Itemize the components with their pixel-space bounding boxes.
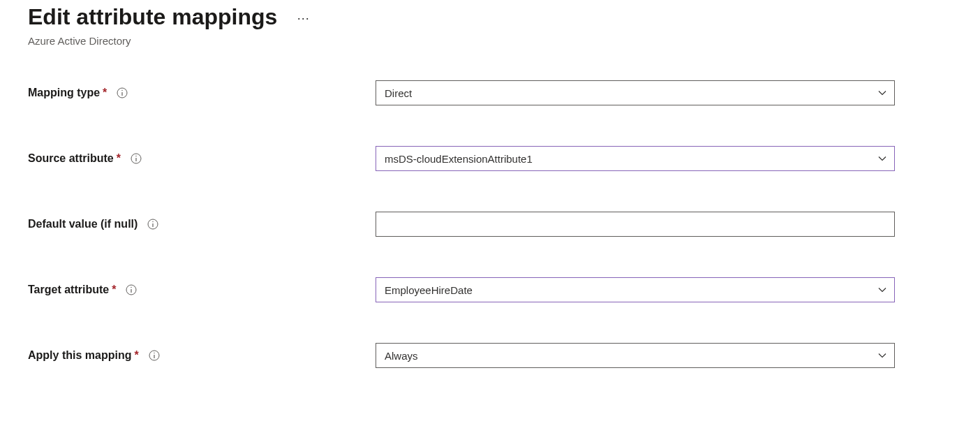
more-actions-button[interactable]: ··· (297, 4, 310, 32)
label-col: Source attribute * (28, 152, 376, 165)
input-col: msDS-cloudExtensionAttribute1 (376, 146, 895, 171)
label-col: Mapping type * (28, 87, 376, 99)
chevron-down-icon (877, 351, 887, 360)
chevron-down-icon (877, 285, 887, 295)
required-indicator: * (117, 152, 121, 165)
mapping-type-select[interactable]: Direct (376, 80, 895, 105)
row-source-attribute: Source attribute * msDS-cloudExtensionAt… (28, 146, 952, 171)
svg-point-7 (153, 221, 154, 222)
input-col: Direct (376, 80, 895, 105)
apply-mapping-value: Always (385, 350, 418, 362)
input-col (376, 212, 895, 237)
info-icon[interactable] (126, 284, 137, 295)
input-col: Always (376, 343, 895, 368)
info-icon[interactable] (131, 153, 142, 164)
input-col: EmployeeHireDate (376, 277, 895, 302)
svg-point-10 (131, 287, 132, 288)
label-col: Default value (if null) (28, 218, 376, 230)
label-col: Apply this mapping * (28, 349, 376, 362)
source-attribute-value: msDS-cloudExtensionAttribute1 (385, 153, 533, 165)
info-icon[interactable] (117, 87, 128, 98)
source-attribute-label: Source attribute (28, 152, 114, 165)
required-indicator: * (112, 284, 116, 296)
target-attribute-select[interactable]: EmployeeHireDate (376, 277, 895, 302)
apply-mapping-select[interactable]: Always (376, 343, 895, 368)
row-apply-mapping: Apply this mapping * Always (28, 343, 952, 368)
required-indicator: * (103, 87, 107, 99)
source-attribute-select[interactable]: msDS-cloudExtensionAttribute1 (376, 146, 895, 171)
apply-mapping-label: Apply this mapping (28, 349, 131, 362)
page-title: Edit attribute mappings (28, 4, 277, 30)
chevron-down-icon (877, 154, 887, 163)
target-attribute-label: Target attribute (28, 284, 109, 296)
required-indicator: * (134, 349, 138, 362)
svg-point-4 (135, 156, 136, 156)
mapping-type-value: Direct (385, 87, 412, 99)
chevron-down-icon (877, 88, 887, 98)
page-subtitle: Azure Active Directory (28, 35, 952, 47)
row-default-value: Default value (if null) (28, 212, 952, 237)
info-icon[interactable] (147, 219, 158, 230)
row-target-attribute: Target attribute * EmployeeHireDate (28, 277, 952, 302)
row-mapping-type: Mapping type * Direct (28, 80, 952, 105)
info-icon[interactable] (149, 350, 160, 361)
target-attribute-value: EmployeeHireDate (385, 284, 473, 296)
default-value-input[interactable] (376, 212, 895, 237)
default-value-label: Default value (if null) (28, 218, 138, 230)
label-col: Target attribute * (28, 284, 376, 296)
page-header: Edit attribute mappings ··· Azure Active… (28, 4, 952, 47)
svg-point-13 (154, 353, 154, 353)
mapping-type-label: Mapping type (28, 87, 100, 99)
svg-point-1 (122, 90, 123, 91)
